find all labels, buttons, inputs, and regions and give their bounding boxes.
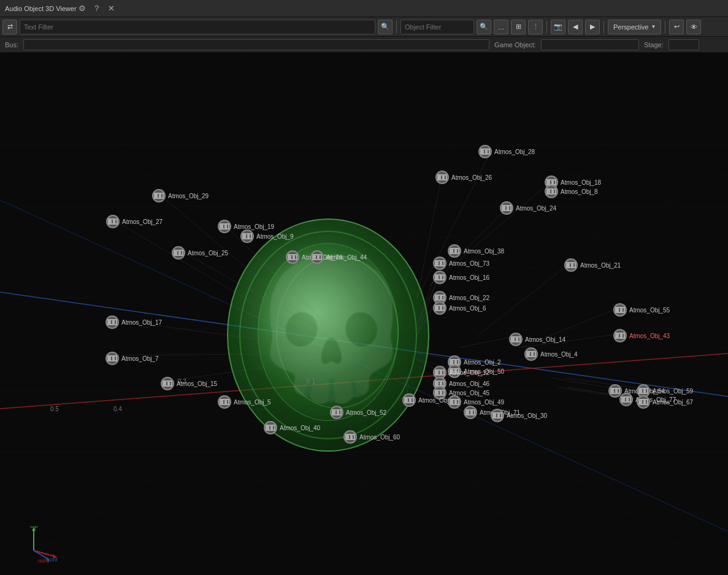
eye-button[interactable]: 👁 [686, 20, 701, 34]
audio-obj-icon-Atmos_Obj_6 [433, 301, 446, 315]
audio-obj-label-Atmos_Obj_25: Atmos_Obj_25 [188, 250, 228, 257]
audio-obj-label-Atmos_Obj_22: Atmos_Obj_22 [449, 295, 489, 301]
audio-obj-icon-Atmos_Obj_29 [152, 189, 166, 203]
audio-obj-Atmos_Obj_38[interactable]: Atmos_Obj_38 [448, 244, 504, 258]
svg-rect-100 [616, 308, 619, 312]
audio-obj-icon-Atmos_Obj_55 [613, 303, 627, 317]
audio-obj-Atmos_Obj_17[interactable]: Atmos_Obj_17 [105, 315, 162, 329]
audio-obj-label-Atmos_Obj_9: Atmos_Obj_9 [256, 233, 294, 240]
game-object-value[interactable] [541, 39, 639, 50]
3d-viewer[interactable]: 💀 0.5 0.4 0 [0, 53, 728, 575]
svg-rect-121 [440, 371, 442, 374]
svg-rect-146 [347, 435, 349, 439]
right-button[interactable]: ▶ [585, 20, 600, 34]
audio-obj-Atmos_Obj_8[interactable]: Atmos_Obj_8 [545, 185, 598, 198]
svg-rect-82 [175, 251, 177, 255]
audio-obj-icon-Atmos_Obj_14 [509, 333, 523, 346]
audio-obj-label-Atmos_Obj_12: Atmos_Obj_12 [449, 369, 489, 376]
audio-obj-Atmos_Obj_43[interactable]: Atmos_Obj_43 [613, 329, 670, 342]
audio-obj-icon-Atmos_Obj_52 [330, 406, 343, 419]
audio-obj-label-Atmos_Obj_60: Atmos_Obj_60 [359, 434, 400, 441]
audio-obj-Atmos_Obj_6[interactable]: Atmos_Obj_6 [433, 301, 486, 315]
audio-obj-label-Atmos_Obj_44: Atmos_Obj_44 [326, 254, 367, 261]
svg-rect-83 [178, 251, 181, 255]
perspective-button[interactable]: Perspective ▼ [608, 20, 661, 34]
audio-obj-icon-Atmos_Obj_17 [105, 315, 119, 329]
audio-obj-Atmos_Obj_52[interactable]: Atmos_Obj_52 [330, 406, 386, 419]
audio-obj-Atmos_Obj_55[interactable]: Atmos_Obj_55 [613, 303, 670, 317]
audio-obj-Atmos_Obj_40[interactable]: Atmos_Obj_40 [264, 421, 320, 434]
chevron-down-icon: ▼ [651, 24, 656, 29]
separator-1 [396, 21, 397, 33]
audio-obj-icon-Atmos_Obj_16 [433, 271, 446, 284]
bus-value[interactable] [23, 39, 489, 50]
svg-rect-112 [164, 382, 166, 385]
link-button[interactable]: ⇄ [2, 20, 17, 34]
audio-obj-Atmos_Obj_67[interactable]: Atmos_Obj_67 [637, 395, 693, 409]
audio-obj-Atmos_Obj_4[interactable]: Atmos_Obj_4 [524, 347, 578, 361]
svg-rect-136 [623, 398, 625, 401]
audio-obj-icon-Atmos_Obj_77 [619, 393, 633, 406]
svg-rect-120 [436, 371, 439, 374]
audio-obj-label-Atmos_Obj_7: Atmos_Obj_7 [121, 355, 159, 362]
audio-obj-Atmos_Obj_26[interactable]: Atmos_Obj_26 [435, 171, 492, 184]
audio-obj-Atmos_Obj_25[interactable]: Atmos_Obj_25 [172, 246, 228, 260]
audio-obj-Atmos_Obj_44[interactable]: Atmos_Obj_44 [310, 250, 367, 264]
svg-rect-143 [337, 411, 339, 414]
audio-obj-Atmos_Obj_14[interactable]: Atmos_Obj_14 [509, 333, 565, 346]
audio-obj-icon-Atmos_Obj_26 [435, 171, 449, 184]
close-button[interactable]: ✕ [106, 3, 117, 14]
audio-obj-Atmos_Obj_24[interactable]: Atmos_Obj_24 [500, 201, 556, 215]
audio-obj-Atmos_Obj_16[interactable]: Atmos_Obj_16 [433, 271, 489, 284]
help-button[interactable]: ? [91, 3, 102, 14]
svg-rect-102 [109, 320, 111, 324]
svg-rect-74 [155, 194, 158, 198]
audio-obj-Atmos_Obj_28[interactable]: Atmos_Obj_28 [478, 145, 535, 158]
audio-obj-Atmos_Obj_5[interactable]: Atmos_Obj_5 [218, 395, 271, 409]
more-button[interactable]: ⋮ [528, 20, 543, 34]
svg-rect-139 [643, 389, 646, 393]
svg-rect-134 [611, 389, 614, 393]
audio-obj-Atmos_Obj_21[interactable]: Atmos_Obj_21 [564, 258, 621, 272]
grid-button[interactable]: ⊞ [511, 20, 526, 34]
svg-rect-105 [620, 334, 623, 338]
title-controls: ⚙ ? ✕ [77, 3, 117, 14]
audio-obj-icon-Atmos_Obj_49 [448, 395, 461, 409]
audio-obj-Atmos_Obj_15[interactable]: Atmos_Obj_15 [161, 377, 217, 390]
svg-rect-73 [507, 206, 509, 210]
svg-rect-137 [626, 398, 629, 401]
audio-obj-label-Atmos_Obj_19: Atmos_Obj_19 [234, 223, 274, 230]
audio-obj-Atmos_Obj_27[interactable]: Atmos_Obj_27 [106, 215, 163, 228]
svg-rect-64 [481, 150, 484, 153]
left-button[interactable]: ◀ [568, 20, 583, 34]
audio-obj-Atmos_Obj_7[interactable]: Atmos_Obj_7 [105, 352, 159, 365]
text-filter-input[interactable] [20, 20, 375, 34]
settings-button[interactable]: ⚙ [77, 3, 88, 14]
stage-value[interactable] [669, 39, 699, 50]
camera-button[interactable]: 📷 [551, 20, 565, 34]
svg-rect-130 [467, 411, 469, 414]
audio-obj-Atmos_Obj_30[interactable]: Atmos_Obj_30 [491, 409, 547, 422]
audio-obj-label-Atmos_Obj_4: Atmos_Obj_4 [540, 351, 578, 358]
audio-obj-icon-Atmos_Obj_5 [218, 395, 231, 409]
audio-obj-Atmos_Obj_29[interactable]: Atmos_Obj_29 [152, 189, 209, 203]
text-search-button[interactable]: 🔍 [378, 20, 393, 34]
dots-button[interactable]: … [494, 20, 508, 34]
object-search-button[interactable]: 🔍 [477, 20, 491, 34]
audio-obj-Atmos_Obj_73[interactable]: Atmos_Obj_73 [433, 257, 489, 270]
axis-svg: top right front [12, 526, 61, 563]
svg-rect-87 [317, 255, 320, 259]
object-filter-input[interactable] [400, 20, 474, 34]
audio-obj-label-Atmos_Obj_30: Atmos_Obj_30 [507, 412, 547, 419]
svg-rect-65 [485, 150, 488, 153]
undo-button[interactable]: ↩ [669, 20, 684, 34]
scale-label-05: 0.5 [50, 406, 59, 412]
svg-rect-114 [221, 400, 223, 404]
svg-rect-131 [470, 411, 473, 414]
svg-rect-110 [109, 357, 111, 360]
audio-obj-icon-Atmos_Obj_21 [564, 258, 578, 272]
audio-obj-icon-Atmos_Obj_9 [240, 230, 254, 243]
audio-obj-Atmos_Obj_60[interactable]: Atmos_Obj_60 [343, 430, 400, 444]
audio-obj-icon-Atmos_Obj_15 [161, 377, 174, 390]
audio-obj-Atmos_Obj_9[interactable]: Atmos_Obj_9 [240, 230, 294, 243]
